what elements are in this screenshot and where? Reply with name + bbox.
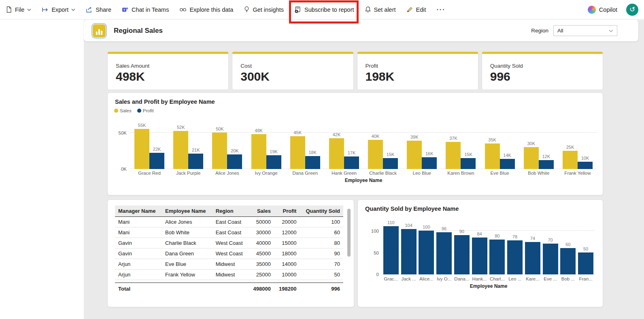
share-button[interactable]: Share: [86, 6, 111, 13]
category-label: Fran...: [577, 276, 595, 281]
quantity-bar[interactable]: [436, 232, 452, 274]
bar-value-label: 45K: [293, 130, 302, 135]
table-cell: East Coast: [213, 227, 249, 238]
table-scrollbar-thumb[interactable]: [347, 209, 351, 257]
quantity-bar[interactable]: [419, 231, 434, 274]
sales-bar[interactable]: [212, 133, 227, 169]
explore-this-data-button[interactable]: Explore this data: [179, 6, 233, 13]
table-cell: Bob White: [162, 227, 213, 238]
kpi-card: Quantity Sold 996: [482, 51, 603, 90]
bar-column: 10K: [578, 156, 593, 169]
sales-bar[interactable]: [407, 141, 422, 169]
legend-item-profit: Profit: [137, 108, 154, 113]
export-menu-button[interactable]: Export: [42, 6, 75, 13]
profit-bar[interactable]: [461, 158, 476, 169]
profit-bar[interactable]: [344, 156, 359, 169]
sales-bar[interactable]: [329, 138, 344, 169]
quantity-bar[interactable]: [543, 244, 558, 274]
bar-column: 14K: [500, 153, 515, 169]
subscribe-to-report-button[interactable]: Subscribe to report: [294, 6, 354, 13]
get-insights-button[interactable]: Get insights: [244, 6, 284, 13]
profit-bar[interactable]: [227, 154, 242, 169]
quantity-bar[interactable]: [578, 253, 593, 274]
profit-bar[interactable]: [578, 162, 593, 169]
chevron-down-icon: [27, 9, 31, 11]
quantity-bar[interactable]: [383, 226, 399, 274]
bar-value-label: 48K: [255, 128, 263, 133]
bar-column: 21K: [188, 148, 203, 169]
bar-group: 42K 17K: [325, 117, 363, 169]
table-cell: 100: [300, 217, 343, 227]
quantity-bar[interactable]: [472, 238, 487, 274]
kpi-accent-bar: [232, 52, 353, 54]
table-row[interactable]: ArjunFrank YellowMidwest250001000050: [115, 270, 343, 280]
category-label: Hank Green: [325, 171, 363, 176]
table-cell: 20000: [274, 217, 300, 227]
category-label: Bob ...: [559, 276, 577, 281]
category-label: Dana...: [453, 276, 471, 281]
x-axis-title: Employee Name: [130, 178, 597, 183]
bar-value-label: 30K: [527, 141, 536, 146]
refresh-button[interactable]: ↺: [626, 4, 638, 16]
more-options-button[interactable]: ···: [437, 6, 446, 13]
sales-bar[interactable]: [563, 151, 578, 169]
table-row[interactable]: GavinDana GreenWest Coast450001800090: [115, 248, 343, 259]
sales-bar[interactable]: [368, 140, 383, 169]
table-row[interactable]: ArjunEve BlueMidwest350001400070: [115, 259, 343, 270]
quantity-bar[interactable]: [454, 235, 470, 274]
total-quantity: 996: [300, 283, 343, 294]
bar-group: 60: [559, 218, 577, 274]
quantity-bar[interactable]: [560, 248, 576, 274]
profit-bar[interactable]: [422, 157, 437, 169]
quantity-bar[interactable]: [507, 240, 523, 274]
region-dropdown[interactable]: All: [553, 25, 617, 36]
table-cell: 15000: [274, 238, 300, 248]
explore-this-data-label: Explore this data: [189, 6, 233, 13]
chart-plot-area: 100 50 0 110 104 100 96 90 84 80: [382, 218, 595, 274]
sales-bar[interactable]: [251, 134, 266, 169]
quantity-bar[interactable]: [401, 229, 417, 274]
quantity-bar[interactable]: [489, 240, 505, 274]
table-cell: 14000: [274, 259, 300, 270]
bar-value-label: 100: [423, 225, 430, 229]
sales-bar[interactable]: [524, 147, 539, 169]
copilot-button[interactable]: Copilot: [588, 6, 617, 14]
column-header: Employee Name: [162, 206, 213, 217]
sales-bar[interactable]: [290, 136, 305, 169]
sales-bar[interactable]: [173, 131, 188, 169]
category-label: Grace Red: [130, 171, 169, 176]
sales-bar[interactable]: [446, 142, 461, 169]
chat-in-teams-button[interactable]: T Chat in Teams: [122, 6, 169, 13]
file-menu-button[interactable]: File: [6, 6, 31, 13]
edit-label: Edit: [416, 6, 426, 13]
sales-bar[interactable]: [134, 129, 149, 169]
bar-value-label: 16K: [425, 151, 434, 156]
bar-group: 84: [471, 218, 489, 274]
profit-bar[interactable]: [149, 153, 164, 169]
category-label: Kare...: [524, 276, 542, 281]
bar-group: 40K 15K: [363, 117, 402, 169]
export-menu-label: Export: [51, 6, 68, 13]
profit-bar[interactable]: [500, 159, 515, 169]
profit-bar[interactable]: [188, 154, 203, 169]
table-spacer-row: [115, 280, 343, 283]
set-alert-button[interactable]: Set alert: [365, 6, 396, 13]
profit-bar[interactable]: [539, 160, 554, 169]
profit-bar[interactable]: [266, 155, 281, 169]
bar-column: 25K: [563, 145, 578, 169]
table-cell: Mani: [115, 217, 162, 227]
category-label: Frank Yellow: [558, 171, 597, 176]
bar-column: 45K: [290, 130, 305, 169]
chart-plot-area: 50K 0K 55K 22K 52K 21K 50K 20K 48K: [130, 117, 597, 169]
bar-column: 20K: [227, 148, 242, 169]
bar-value-label: 22K: [153, 147, 161, 152]
table-row[interactable]: GavinCharlie BlackWest Coast400001500080: [115, 238, 343, 248]
profit-bar[interactable]: [383, 158, 398, 169]
total-sales: 498000: [248, 283, 274, 294]
quantity-bar[interactable]: [525, 242, 540, 274]
profit-bar[interactable]: [305, 156, 320, 169]
sales-bar[interactable]: [485, 143, 500, 169]
table-row[interactable]: ManiBob WhiteEast Coast300001200060: [115, 227, 343, 238]
edit-button[interactable]: Edit: [406, 6, 426, 13]
table-row[interactable]: ManiAlice JonesEast Coast5000020000100: [115, 217, 343, 227]
